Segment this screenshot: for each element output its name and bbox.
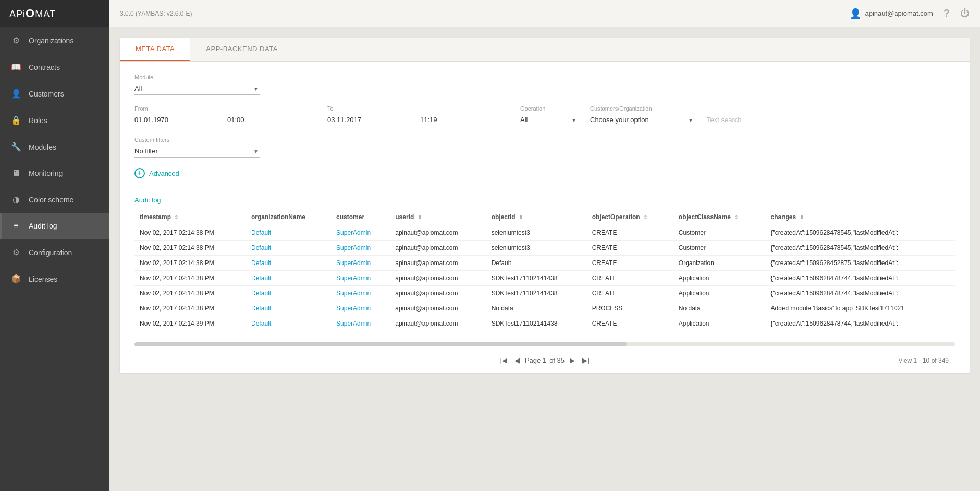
col-object-classname[interactable]: objectClassName ⇕ [673, 209, 766, 225]
sidebar-item-configuration[interactable]: ⚙ Configuration [0, 239, 109, 266]
module-select-wrapper: All ▼ [134, 82, 260, 95]
col-changes[interactable]: changes ⇕ [766, 209, 955, 225]
sidebar-item-label: Audit log [29, 222, 57, 230]
to-label: To [327, 105, 508, 112]
table-row: Nov 02, 2017 02:14:38 PMDefaultSuperAdmi… [134, 271, 955, 286]
cell-changes: {"createdAt":1509628478744,"lastModified… [766, 286, 955, 301]
filter-row-module: Module All ▼ [134, 74, 955, 95]
sidebar-item-licenses[interactable]: 📦 Licenses [0, 266, 109, 292]
to-time-input[interactable] [420, 114, 508, 126]
cell-customer[interactable]: SuperAdmin [331, 225, 390, 241]
book-icon: 📖 [11, 62, 21, 72]
pagination-prev-btn[interactable]: ◀ [512, 355, 522, 365]
pagination-next-btn[interactable]: ▶ [568, 355, 577, 365]
to-date-input[interactable] [327, 114, 415, 126]
cell-customer[interactable]: SuperAdmin [331, 301, 390, 316]
pagination-last-btn[interactable]: ▶| [580, 355, 591, 365]
audit-log-table: timestamp ⇕ organizationName customer [134, 209, 955, 331]
lock-icon: 🔒 [11, 115, 21, 125]
operation-select-wrapper: All ▼ [520, 114, 578, 126]
cell-timestamp: Nov 02, 2017 02:14:38 PM [134, 271, 246, 286]
cell-changes: {"createdAt":1509628478545,"lastModified… [766, 225, 955, 241]
version-label: 3.0.0 (YAMBAS: v2.6.0-E) [120, 10, 192, 17]
horizontal-scrollbar[interactable] [120, 340, 970, 349]
cell-objectId: SDKTest171102141438 [486, 316, 587, 331]
tab-meta-data[interactable]: META DATA [120, 38, 190, 61]
logo-api: AP [9, 9, 23, 19]
module-select[interactable]: All [134, 82, 260, 95]
sidebar-item-label: Color scheme [29, 196, 74, 204]
from-date-input[interactable] [134, 114, 222, 126]
sidebar-item-roles[interactable]: 🔒 Roles [0, 107, 109, 134]
cell-customer[interactable]: SuperAdmin [331, 286, 390, 301]
cell-organizationName[interactable]: Default [246, 286, 331, 301]
sort-objectid-icon: ⇕ [519, 214, 523, 220]
cell-timestamp: Nov 02, 2017 02:14:38 PM [134, 225, 246, 241]
table-row: Nov 02, 2017 02:14:38 PMDefaultSuperAdmi… [134, 286, 955, 301]
from-time-input[interactable] [227, 114, 315, 126]
app-logo: APiOMAT [0, 0, 109, 27]
cell-objectOperation: PROCESS [587, 301, 673, 316]
cell-organizationName[interactable]: Default [246, 271, 331, 286]
cell-timestamp: Nov 02, 2017 02:14:38 PM [134, 301, 246, 316]
cell-organizationName[interactable]: Default [246, 256, 331, 271]
cell-customer[interactable]: SuperAdmin [331, 241, 390, 256]
pagination-view-info: View 1 - 10 of 349 [898, 357, 949, 364]
table-row: Nov 02, 2017 02:14:39 PMDefaultSuperAdmi… [134, 316, 955, 331]
audit-log-section: Audit log timestamp ⇕ organizationName [120, 196, 970, 340]
audit-log-table-body: Nov 02, 2017 02:14:38 PMDefaultSuperAdmi… [134, 225, 955, 331]
sidebar-item-label: Organizations [29, 37, 74, 45]
to-date-group [327, 114, 508, 126]
col-timestamp[interactable]: timestamp ⇕ [134, 209, 246, 225]
operation-filter-group: Operation All ▼ [520, 105, 578, 126]
tab-app-backend-data[interactable]: APP-BACKEND DATA [190, 38, 293, 61]
cell-changes: {"createdAt":1509628478545,"lastModified… [766, 241, 955, 256]
custom-filters-select[interactable]: No filter [134, 145, 260, 158]
cell-customer[interactable]: SuperAdmin [331, 316, 390, 331]
customers-org-select[interactable]: Choose your option [590, 114, 694, 126]
cell-objectClassName: Organization [673, 256, 766, 271]
cell-changes: Added module 'Basics' to app 'SDKTest171… [766, 301, 955, 316]
col-user-id[interactable]: userId ⇕ [390, 209, 486, 225]
cell-userId: apinaut@apiomat.com [390, 241, 486, 256]
cell-customer[interactable]: SuperAdmin [331, 256, 390, 271]
sidebar-item-modules[interactable]: 🔧 Modules [0, 134, 109, 160]
col-object-id[interactable]: objectId ⇕ [486, 209, 587, 225]
table-row: Nov 02, 2017 02:14:38 PMDefaultSuperAdmi… [134, 301, 955, 316]
cell-objectId: Default [486, 256, 587, 271]
operation-select[interactable]: All [520, 114, 578, 126]
cell-customer[interactable]: SuperAdmin [331, 271, 390, 286]
sidebar-item-organizations[interactable]: ⚙ Organizations [0, 27, 109, 54]
help-icon[interactable]: ? [944, 7, 950, 19]
cell-timestamp: Nov 02, 2017 02:14:39 PM [134, 316, 246, 331]
col-object-operation[interactable]: objectOperation ⇕ [587, 209, 673, 225]
scroll-thumb[interactable] [134, 342, 627, 346]
sidebar-item-contracts[interactable]: 📖 Contracts [0, 54, 109, 80]
table-scroll-wrapper[interactable]: timestamp ⇕ organizationName customer [134, 209, 955, 331]
cell-organizationName[interactable]: Default [246, 301, 331, 316]
power-icon[interactable]: ⏻ [960, 8, 970, 19]
cell-objectId: SDKTest171102141438 [486, 271, 587, 286]
sidebar-item-audit-log[interactable]: ≡ Audit log [0, 213, 109, 239]
cell-objectClassName: Application [673, 316, 766, 331]
cell-objectId: seleniumtest3 [486, 241, 587, 256]
topbar: 3.0.0 (YAMBAS: v2.6.0-E) 👤 apinaut@apiom… [109, 0, 980, 27]
pagination-first-btn[interactable]: |◀ [498, 355, 509, 365]
sidebar-item-color-scheme[interactable]: ◑ Color scheme [0, 186, 109, 213]
sidebar-item-customers[interactable]: 👤 Customers [0, 80, 109, 107]
user-email: apinaut@apiomat.com [865, 9, 933, 17]
cell-organizationName[interactable]: Default [246, 316, 331, 331]
advanced-button[interactable]: + Advanced [134, 168, 955, 178]
scroll-track[interactable] [134, 342, 955, 346]
config-icon: ⚙ [11, 247, 21, 257]
cell-organizationName[interactable]: Default [246, 241, 331, 256]
customers-org-filter-group: Customers/Organization Choose your optio… [590, 105, 694, 126]
sidebar-item-monitoring[interactable]: 🖥 Monitoring [0, 160, 109, 186]
logo-circle: O [26, 7, 35, 20]
cell-objectId: No data [486, 301, 587, 316]
cell-organizationName[interactable]: Default [246, 225, 331, 241]
table-row: Nov 02, 2017 02:14:38 PMDefaultSuperAdmi… [134, 241, 955, 256]
table-row: Nov 02, 2017 02:14:38 PMDefaultSuperAdmi… [134, 225, 955, 241]
sidebar-item-label: Licenses [29, 275, 57, 283]
text-search-input[interactable] [707, 114, 822, 126]
